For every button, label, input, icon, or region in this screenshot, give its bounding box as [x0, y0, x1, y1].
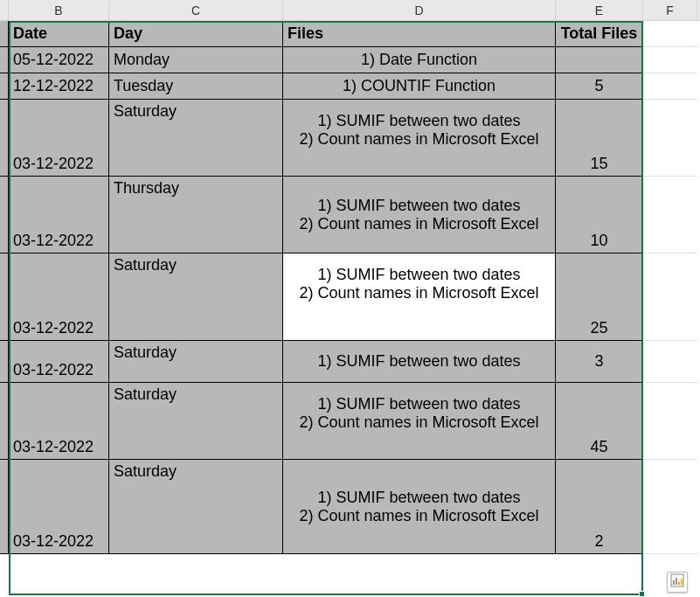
header-row: Date Day Files Total Files	[0, 21, 700, 47]
svg-rect-2	[676, 578, 677, 585]
header-files[interactable]: Files	[283, 21, 556, 47]
cell-files[interactable]: 1) SUMIF between two dates 2) Count name…	[283, 383, 556, 460]
quick-analysis-button[interactable]	[667, 572, 688, 593]
cell-date[interactable]: 03-12-2022	[9, 341, 109, 383]
cell-day[interactable]: Saturday	[109, 253, 283, 341]
empty-cell[interactable]	[643, 460, 697, 554]
empty-cell[interactable]	[643, 73, 697, 100]
empty-cell[interactable]	[643, 100, 697, 177]
empty-cell[interactable]	[643, 383, 697, 460]
cell-total[interactable]: 2	[556, 460, 643, 554]
cell-date[interactable]: 03-12-2022	[9, 460, 109, 554]
cell-total[interactable]: 3	[556, 341, 643, 383]
cell-day[interactable]: Saturday	[109, 341, 283, 383]
cell-total[interactable]: 10	[556, 177, 643, 253]
column-header-E[interactable]: E	[556, 0, 643, 20]
cell-total[interactable]: 25	[556, 253, 643, 341]
svg-rect-4	[681, 579, 683, 585]
table-row: 03-12-2022 Saturday 1) SUMIF between two…	[0, 460, 700, 554]
header-total[interactable]: Total Files	[556, 21, 643, 47]
header-date[interactable]: Date	[9, 21, 109, 47]
table-row: 03-12-2022 Saturday 1) SUMIF between two…	[0, 341, 700, 383]
spreadsheet-grid[interactable]: Date Day Files Total Files 05-12-2022 Mo…	[0, 21, 700, 554]
column-header-C[interactable]: C	[109, 0, 283, 20]
empty-cell[interactable]	[643, 341, 697, 383]
cell-total[interactable]: 5	[556, 73, 643, 100]
cell-day[interactable]: Monday	[109, 47, 283, 73]
column-header-edge	[0, 0, 9, 20]
cell-files[interactable]: 1) SUMIF between two dates 2) Count name…	[283, 100, 556, 177]
header-day[interactable]: Day	[109, 21, 283, 47]
cell-files[interactable]: 1) SUMIF between two dates 2) Count name…	[283, 177, 556, 253]
table-row: 03-12-2022 Saturday 1) SUMIF between two…	[0, 383, 700, 460]
table-row: 03-12-2022 Saturday 1) SUMIF between two…	[0, 253, 700, 341]
empty-cell[interactable]	[643, 47, 697, 73]
empty-cell[interactable]	[643, 21, 697, 47]
cell-day[interactable]: Tuesday	[109, 73, 283, 100]
cell-date[interactable]: 03-12-2022	[9, 100, 109, 177]
cell-total[interactable]	[556, 47, 643, 73]
table-row: 05-12-2022 Monday 1) Date Function	[0, 47, 700, 73]
cell-files[interactable]: 1) Date Function	[283, 47, 556, 73]
empty-cell[interactable]	[643, 177, 697, 253]
table-row: 12-12-2022 Tuesday 1) COUNTIF Function 5	[0, 73, 700, 100]
cell-day[interactable]: Saturday	[109, 460, 283, 554]
cell-total[interactable]: 15	[556, 100, 643, 177]
svg-rect-1	[673, 580, 675, 585]
column-header-B[interactable]: B	[9, 0, 109, 20]
cell-files[interactable]: 1) COUNTIF Function	[283, 73, 556, 100]
cell-date[interactable]: 05-12-2022	[9, 47, 109, 73]
selection-fill-handle[interactable]	[639, 591, 645, 597]
quick-analysis-icon	[670, 573, 684, 592]
svg-rect-3	[678, 582, 680, 585]
cell-files[interactable]: 1) SUMIF between two dates	[283, 341, 556, 383]
cell-day[interactable]: Thursday	[109, 177, 283, 253]
cell-files[interactable]: 1) SUMIF between two dates 2) Count name…	[283, 253, 556, 341]
cell-date[interactable]: 03-12-2022	[9, 383, 109, 460]
cell-total[interactable]: 45	[556, 383, 643, 460]
column-headers: B C D E F	[0, 0, 700, 21]
column-header-D[interactable]: D	[283, 0, 556, 20]
table-row: 03-12-2022 Saturday 1) SUMIF between two…	[0, 100, 700, 177]
cell-date[interactable]: 03-12-2022	[9, 253, 109, 341]
cell-day[interactable]: Saturday	[109, 383, 283, 460]
empty-cell[interactable]	[643, 253, 697, 341]
cell-date[interactable]: 12-12-2022	[9, 73, 109, 100]
cell-day[interactable]: Saturday	[109, 100, 283, 177]
cell-date[interactable]: 03-12-2022	[9, 177, 109, 253]
cell-files[interactable]: 1) SUMIF between two dates 2) Count name…	[283, 460, 556, 554]
table-row: 03-12-2022 Thursday 1) SUMIF between two…	[0, 177, 700, 253]
column-header-F[interactable]: F	[643, 0, 697, 20]
